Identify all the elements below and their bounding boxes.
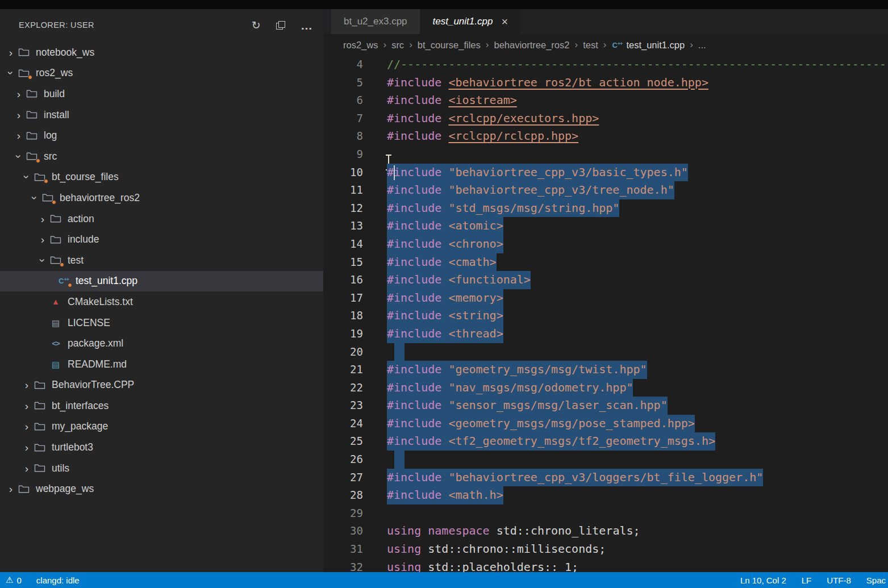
tab-bt_u2_ex3.cpp[interactable]: bt_u2_ex3.cpp bbox=[331, 9, 420, 34]
line-number[interactable]: 28 bbox=[323, 486, 363, 504]
chevron-right-icon[interactable]: › bbox=[20, 442, 33, 453]
tree-item-label: build bbox=[44, 88, 65, 100]
line-number[interactable]: 25 bbox=[323, 432, 363, 451]
tree-item-action[interactable]: ›action bbox=[0, 208, 323, 230]
line-number[interactable]: 17 bbox=[323, 289, 363, 307]
cursor-position-indicator[interactable]: Ln 10, Col 2 bbox=[740, 576, 786, 585]
breadcrumb-item-...[interactable]: ... bbox=[698, 40, 706, 51]
chevron-right-icon[interactable]: › bbox=[20, 380, 33, 390]
tree-item-bt_course_files[interactable]: ›bt_course_files bbox=[0, 167, 323, 188]
chevron-right-icon[interactable]: › bbox=[36, 234, 49, 245]
chevron-right-icon[interactable]: › bbox=[12, 130, 25, 141]
tree-item-package.xml[interactable]: <>package.xml bbox=[0, 333, 323, 354]
chevron-right-icon[interactable]: › bbox=[36, 214, 49, 224]
workbench: EXPLORER: USER ↻ … ›notebook_ws›ros2_ws›… bbox=[0, 9, 888, 572]
chevron-right-icon[interactable]: › bbox=[20, 463, 33, 474]
line-number[interactable]: 4 bbox=[323, 56, 363, 74]
tree-item-BehaviorTree.CPP[interactable]: ›BehaviorTree.CPP bbox=[0, 375, 323, 396]
tree-item-include[interactable]: ›include bbox=[0, 229, 323, 250]
tree-item-ros2_ws[interactable]: ›ros2_ws bbox=[0, 63, 323, 84]
tree-item-utils[interactable]: ›utils bbox=[0, 458, 323, 479]
line-content: #include "geometry_msgs/msg/twist.hpp" bbox=[387, 361, 647, 379]
eol-indicator[interactable]: LF bbox=[802, 576, 812, 585]
line-number[interactable]: 22 bbox=[323, 379, 363, 397]
clangd-status[interactable]: clangd: idle bbox=[36, 576, 80, 585]
tree-item-label: src bbox=[44, 151, 57, 162]
chevron-down-icon[interactable]: › bbox=[30, 191, 40, 204]
breadcrumb-item-behaviortree_ros2[interactable]: behaviortree_ros2 bbox=[494, 40, 569, 51]
line-number[interactable]: 20 bbox=[323, 343, 363, 361]
breadcrumb-item-test_unit1.cpp[interactable]: C++test_unit1.cpp bbox=[611, 40, 685, 51]
chevron-right-icon[interactable]: › bbox=[20, 421, 33, 432]
chevron-right-icon[interactable]: › bbox=[12, 110, 25, 120]
encoding-indicator[interactable]: UTF-8 bbox=[827, 576, 851, 585]
chevron-right-icon[interactable]: › bbox=[5, 47, 17, 58]
code-editor[interactable]: 4//-------------------------------------… bbox=[323, 56, 888, 572]
line-number[interactable]: 21 bbox=[323, 361, 363, 379]
tree-item-label: action bbox=[68, 213, 94, 225]
breadcrumb-item-test[interactable]: test bbox=[583, 40, 598, 51]
code-token: <memory> bbox=[448, 291, 503, 305]
more-actions-icon[interactable]: … bbox=[301, 19, 313, 31]
indentation-indicator[interactable]: Spac bbox=[866, 576, 886, 585]
line-number[interactable]: 29 bbox=[323, 504, 363, 523]
tree-item-turtlebot3[interactable]: ›turtlebot3 bbox=[0, 437, 323, 458]
line-number[interactable]: 23 bbox=[323, 397, 363, 415]
tree-item-build[interactable]: ›build bbox=[0, 84, 323, 105]
chevron-down-icon[interactable]: › bbox=[22, 171, 32, 184]
tree-item-test_unit1.cpp[interactable]: C++test_unit1.cpp bbox=[0, 271, 323, 292]
code-token: "behaviortree_cpp_v3/basic_types.h" bbox=[448, 165, 687, 179]
line-number[interactable]: 8 bbox=[323, 127, 363, 145]
tab-test_unit1.cpp[interactable]: test_unit1.cpp× bbox=[420, 9, 521, 34]
line-number[interactable]: 7 bbox=[323, 110, 363, 128]
line-number[interactable]: 26 bbox=[323, 451, 363, 469]
line-number[interactable]: 31 bbox=[323, 540, 363, 558]
chevron-right-icon[interactable]: › bbox=[12, 89, 25, 99]
refresh-explorer-icon[interactable]: ↻ bbox=[252, 20, 261, 31]
line-number[interactable]: 11 bbox=[323, 181, 363, 199]
chevron-down-icon[interactable]: › bbox=[37, 254, 48, 266]
code-token: //--------------------------------------… bbox=[387, 57, 888, 71]
tree-item-CMakeLists.txt[interactable]: ▲CMakeLists.txt bbox=[0, 291, 323, 312]
tree-item-webpage_ws[interactable]: ›webpage_ws bbox=[0, 478, 323, 499]
code-token: #include bbox=[387, 93, 448, 107]
tree-item-README.md[interactable]: ▤README.md bbox=[0, 354, 323, 375]
tree-item-src[interactable]: ›src bbox=[0, 146, 323, 167]
line-number[interactable]: 5 bbox=[323, 74, 363, 92]
line-number[interactable]: 9 bbox=[323, 145, 363, 164]
line-number[interactable]: 18 bbox=[323, 307, 363, 325]
tree-item-test[interactable]: ›test bbox=[0, 250, 323, 271]
breadcrumb-item-src[interactable]: src bbox=[391, 40, 404, 51]
chevron-right-icon[interactable]: › bbox=[20, 401, 33, 411]
line-number[interactable]: 32 bbox=[323, 558, 363, 572]
tree-item-notebook_ws[interactable]: ›notebook_ws bbox=[0, 42, 323, 63]
line-number[interactable]: 24 bbox=[323, 415, 363, 433]
breadcrumb-separator-icon: › bbox=[383, 39, 386, 51]
collapse-folders-icon[interactable] bbox=[276, 21, 285, 30]
line-number[interactable]: 10 bbox=[323, 164, 363, 182]
tree-item-bt_interfaces[interactable]: ›bt_interfaces bbox=[0, 395, 323, 416]
code-line: 20 bbox=[323, 343, 888, 361]
line-number[interactable]: 27 bbox=[323, 469, 363, 487]
tree-item-log[interactable]: ›log bbox=[0, 125, 323, 146]
line-number[interactable]: 19 bbox=[323, 325, 363, 343]
tree-item-LICENSE[interactable]: ▤LICENSE bbox=[0, 312, 323, 333]
line-number[interactable]: 15 bbox=[323, 253, 363, 272]
breadcrumb-label: behaviortree_ros2 bbox=[494, 40, 569, 51]
tree-item-my_package[interactable]: ›my_package bbox=[0, 416, 323, 437]
line-number[interactable]: 14 bbox=[323, 235, 363, 253]
chevron-down-icon[interactable]: › bbox=[14, 150, 24, 162]
line-number[interactable]: 30 bbox=[323, 522, 363, 540]
line-number[interactable]: 13 bbox=[323, 217, 363, 235]
tree-item-install[interactable]: ›install bbox=[0, 105, 323, 126]
chevron-right-icon[interactable]: › bbox=[5, 483, 17, 494]
tree-item-behaviortree_ros2[interactable]: ›behaviortree_ros2 bbox=[0, 187, 323, 208]
line-number[interactable]: 12 bbox=[323, 199, 363, 218]
chevron-down-icon[interactable]: › bbox=[6, 67, 16, 80]
problems-indicator[interactable]: ⚠ 0 bbox=[6, 575, 22, 585]
line-number[interactable]: 16 bbox=[323, 271, 363, 289]
close-tab-icon[interactable]: × bbox=[501, 16, 508, 27]
breadcrumb-item-ros2_ws[interactable]: ros2_ws bbox=[343, 40, 378, 51]
breadcrumb-item-bt_course_files[interactable]: bt_course_files bbox=[418, 40, 481, 51]
line-number[interactable]: 6 bbox=[323, 91, 363, 110]
